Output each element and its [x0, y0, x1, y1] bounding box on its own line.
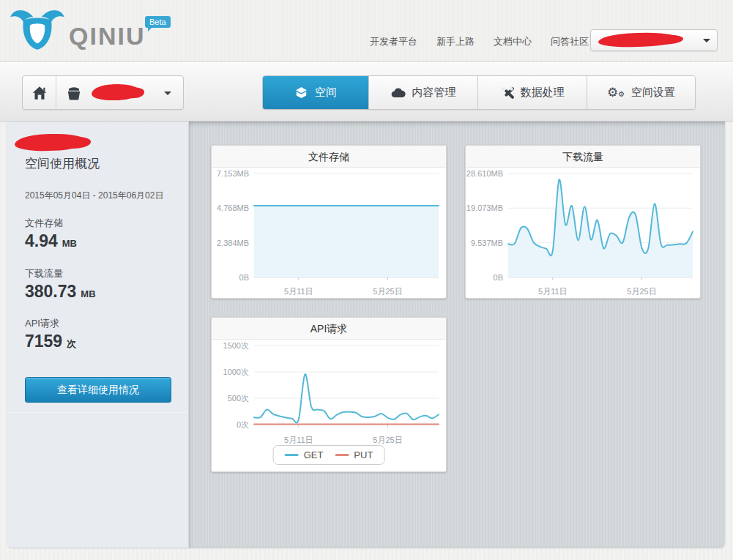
svg-text:5月25日: 5月25日	[373, 287, 402, 296]
legend-item-put: PUT	[335, 449, 373, 460]
legend-item-get: GET	[285, 449, 324, 460]
chart-legend: GET PUT	[273, 445, 385, 465]
gears-icon: ⚙⚙	[607, 86, 625, 99]
chevron-down-icon	[703, 39, 710, 46]
nav-developer-platform[interactable]: 开发者平台	[370, 35, 417, 48]
storage-unit: MB	[62, 238, 77, 249]
tab-data-processing[interactable]: 数据处理	[477, 76, 587, 109]
svg-text:9.537MB: 9.537MB	[471, 239, 503, 247]
svg-text:7.153MB: 7.153MB	[217, 169, 249, 178]
download-chart: 0B9.537MB19.073MB28.610MB5月11日5月25日	[466, 168, 701, 299]
svg-text:5月11日: 5月11日	[538, 287, 568, 296]
nav-docs-center[interactable]: 文档中心	[494, 35, 532, 48]
svg-text:0B: 0B	[494, 273, 503, 282]
top-nav: 开发者平台 新手上路 文档中心 问答社区	[370, 35, 589, 48]
svg-text:5月11日: 5月11日	[284, 287, 313, 296]
tab-space[interactable]: 空间	[263, 76, 368, 109]
storage-value: 4.94	[25, 231, 58, 250]
tab-space-label: 空间	[315, 86, 337, 100]
api-chart-card: API请求 0次500次1000次1500次5月11日5月25日 GET PUT	[211, 317, 447, 472]
box-icon	[294, 86, 308, 99]
chevron-down-icon	[164, 92, 171, 99]
qiniu-logo[interactable]: QINIU Beta	[9, 6, 192, 57]
redacted-bucket-title	[15, 132, 87, 152]
storage-chart-title: 文件存储	[212, 146, 446, 168]
tab-space-settings-label: 空间设置	[631, 86, 675, 100]
traffic-stat-value: 380.73MB	[25, 282, 96, 302]
download-chart-title: 下载流量	[466, 146, 700, 168]
view-usage-details-button[interactable]: 查看详细使用情况	[25, 377, 171, 403]
redacted-bucket-name	[92, 83, 141, 101]
svg-text:500次: 500次	[228, 394, 249, 403]
svg-text:0B: 0B	[239, 273, 249, 282]
api-stat-value: 7159次	[25, 332, 76, 351]
tab-content-management[interactable]: 内容管理	[368, 76, 477, 109]
tab-content-management-label: 内容管理	[412, 86, 456, 100]
tools-icon	[501, 86, 514, 100]
user-account-dropdown[interactable]	[590, 29, 718, 51]
svg-text:5月11日: 5月11日	[284, 436, 313, 444]
nav-getting-started[interactable]: 新手上路	[436, 35, 475, 48]
svg-text:5月25日: 5月25日	[627, 287, 656, 296]
svg-text:19.073MB: 19.073MB	[466, 204, 503, 212]
svg-text:0次: 0次	[237, 420, 249, 429]
get-series-swatch	[285, 454, 299, 456]
storage-stat-value: 4.94MB	[25, 231, 77, 251]
brand-name: QINIU	[69, 22, 145, 51]
traffic-unit: MB	[81, 288, 95, 299]
sidebar-heading: 空间使用概况	[25, 155, 100, 172]
usage-sidebar: 空间使用概况 2015年05月04日 - 2015年06月02日 文件存储 4.…	[7, 122, 189, 548]
bucket-toolbar: 空间 内容管理 数据处理 ⚙⚙ 空间设置	[0, 62, 733, 122]
traffic-stat-label: 下载流量	[25, 267, 63, 280]
site-header: QINIU Beta 开发者平台 新手上路 文档中心 问答社区	[0, 0, 733, 61]
svg-text:28.610MB: 28.610MB	[466, 169, 503, 178]
date-range: 2015年05月04日 - 2015年06月02日	[25, 190, 163, 202]
legend-put-label: PUT	[354, 449, 373, 460]
api-value: 7159	[25, 332, 62, 351]
content-panel: 空间使用概况 2015年05月04日 - 2015年06月02日 文件存储 4.…	[7, 122, 725, 548]
sidebar-divider	[7, 412, 188, 413]
charts-area: 文件存储 0B2.384MB4.768MB7.153MB5月11日5月25日 下…	[189, 122, 725, 548]
api-stat-label: API请求	[25, 317, 59, 330]
legend-get-label: GET	[304, 449, 324, 460]
home-icon	[31, 86, 48, 100]
svg-text:2.384MB: 2.384MB	[217, 239, 249, 247]
storage-stat-label: 文件存储	[25, 217, 63, 230]
cloud-icon	[391, 88, 406, 98]
api-chart-title: API请求	[212, 318, 446, 340]
redacted-username	[598, 31, 680, 48]
api-unit: 次	[67, 338, 76, 349]
traffic-value: 380.73	[25, 282, 76, 301]
storage-chart: 0B2.384MB4.768MB7.153MB5月11日5月25日	[212, 168, 447, 299]
svg-text:5月25日: 5月25日	[373, 436, 402, 444]
bucket-switcher	[22, 75, 184, 110]
svg-text:1500次: 1500次	[223, 341, 249, 350]
nav-qa-community[interactable]: 问答社区	[551, 35, 589, 48]
svg-text:4.768MB: 4.768MB	[217, 204, 249, 212]
storage-chart-card: 文件存储 0B2.384MB4.768MB7.153MB5月11日5月25日	[211, 145, 447, 299]
beta-badge: Beta	[145, 16, 171, 28]
put-series-swatch	[335, 454, 349, 456]
download-chart-card: 下载流量 0B9.537MB19.073MB28.610MB5月11日5月25日	[465, 145, 701, 299]
tab-data-processing-label: 数据处理	[521, 86, 565, 100]
bucket-selector[interactable]	[56, 76, 183, 109]
tab-space-settings[interactable]: ⚙⚙ 空间设置	[587, 76, 695, 109]
svg-text:1000次: 1000次	[223, 367, 249, 376]
qiniu-bull-icon	[9, 6, 66, 53]
api-chart: 0次500次1000次1500次5月11日5月25日	[212, 340, 447, 449]
bucket-icon	[65, 85, 83, 101]
bucket-tabs: 空间 内容管理 数据处理 ⚙⚙ 空间设置	[262, 75, 696, 110]
home-button[interactable]	[23, 76, 56, 109]
